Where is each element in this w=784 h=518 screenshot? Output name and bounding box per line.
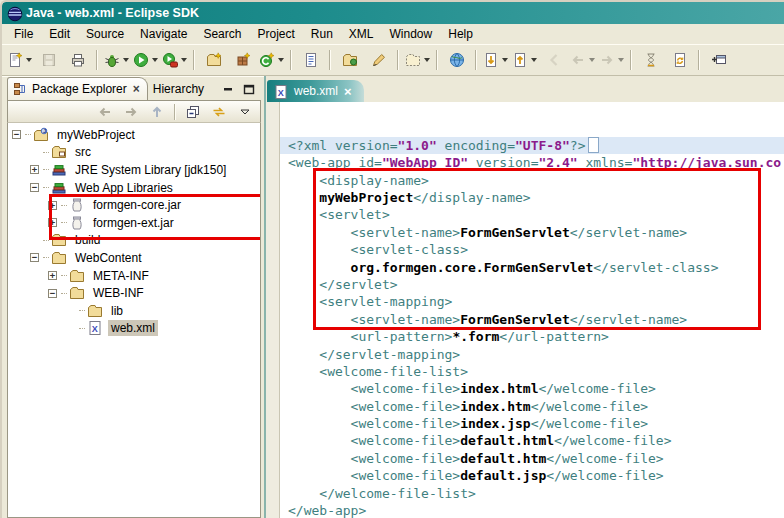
tree-item-jre-system-library-jdk150-[interactable]: +JRE System Library [jdk150] bbox=[8, 161, 260, 179]
menu-item-file[interactable]: File bbox=[6, 25, 41, 43]
expander-plus-icon[interactable]: + bbox=[48, 201, 57, 210]
code-line[interactable]: <url-pattern>*.form</url-pattern> bbox=[288, 328, 784, 345]
forward-button[interactable] bbox=[119, 102, 143, 123]
expander-minus-icon[interactable]: − bbox=[30, 253, 39, 262]
dropdown-arrow-icon[interactable] bbox=[123, 58, 129, 62]
view-menu-button[interactable] bbox=[233, 102, 257, 123]
run-external-button[interactable] bbox=[160, 47, 189, 73]
code-line[interactable]: <servlet-name>FormGenServlet</servlet-na… bbox=[288, 224, 784, 241]
code-line[interactable]: </web-app> bbox=[288, 502, 784, 518]
menu-item-edit[interactable]: Edit bbox=[41, 25, 78, 43]
code-line[interactable]: </welcome-file-list> bbox=[288, 485, 784, 502]
tab-package-explorer[interactable]: Package Explorer × bbox=[7, 77, 148, 100]
tree-item-lib[interactable]: lib bbox=[8, 302, 260, 320]
open-resource-button[interactable] bbox=[335, 47, 364, 73]
tree-item-src[interactable]: src bbox=[8, 144, 260, 162]
code-line[interactable]: <welcome-file>index.html</welcome-file> bbox=[288, 380, 784, 397]
tree-item-web-app-libraries[interactable]: −Web App Libraries bbox=[8, 179, 260, 197]
expander-plus-icon[interactable]: + bbox=[30, 165, 39, 174]
tab-web-xml[interactable]: X web.xml × bbox=[267, 80, 364, 102]
menu-item-xml[interactable]: XML bbox=[341, 25, 382, 43]
javadoc-pen-button[interactable] bbox=[364, 47, 393, 73]
new-class-wizard-button[interactable] bbox=[257, 47, 286, 73]
code-line[interactable]: </servlet-mapping> bbox=[288, 346, 784, 363]
expander-minus-icon[interactable]: − bbox=[12, 130, 21, 139]
tree-item-formgen-core-jar[interactable]: +formgen-core.jar bbox=[8, 196, 260, 214]
working-set-button[interactable] bbox=[403, 47, 432, 73]
tree-item-mywebproject[interactable]: −JmyWebProject bbox=[8, 126, 260, 144]
code-line[interactable]: <welcome-file>index.htm</welcome-file> bbox=[288, 398, 784, 415]
code-line[interactable]: <web-app id="WebApp_ID" version="2.4" xm… bbox=[288, 154, 784, 171]
link-with-editor-button[interactable] bbox=[207, 102, 231, 123]
minimize-view-button[interactable] bbox=[221, 83, 237, 97]
dropdown-arrow-icon[interactable] bbox=[424, 58, 430, 62]
code-line[interactable]: <welcome-file>default.jsp</welcome-file> bbox=[288, 467, 784, 484]
code-area[interactable]: <?xml version="1.0" encoding="UTF-8"?><w… bbox=[280, 102, 784, 518]
run-button[interactable] bbox=[131, 47, 160, 73]
tree-item-web-inf[interactable]: −WEB-INF bbox=[8, 284, 260, 302]
back-history-button[interactable] bbox=[539, 47, 568, 73]
code-line[interactable]: <?xml version="1.0" encoding="UTF-8"?> bbox=[280, 137, 784, 154]
code-line[interactable]: <welcome-file>index.jsp</welcome-file> bbox=[288, 415, 784, 432]
tab-hierarchy[interactable]: Hierarchy bbox=[148, 79, 211, 100]
web-browser-button[interactable] bbox=[442, 47, 471, 73]
print-button[interactable] bbox=[63, 47, 92, 73]
up-button[interactable] bbox=[145, 102, 169, 123]
code-line[interactable]: <welcome-file>default.html</welcome-file… bbox=[288, 432, 784, 449]
code-line[interactable]: myWebProject</display-name> bbox=[288, 189, 784, 206]
menu-item-help[interactable]: Help bbox=[440, 25, 481, 43]
code-line[interactable]: org.formgen.core.FormGenServlet</servlet… bbox=[288, 259, 784, 276]
tree-item-formgen-ext-jar[interactable]: +formgen-ext.jar bbox=[8, 214, 260, 232]
dropdown-arrow-icon[interactable] bbox=[181, 58, 187, 62]
new-project-wizard-button[interactable] bbox=[199, 47, 228, 73]
code-line[interactable]: <servlet-class> bbox=[288, 241, 784, 258]
close-editor-icon[interactable]: × bbox=[344, 84, 352, 99]
code-line[interactable]: <welcome-file-list> bbox=[288, 363, 784, 380]
debug-button[interactable] bbox=[102, 47, 131, 73]
menu-item-navigate[interactable]: Navigate bbox=[132, 25, 195, 43]
back-button[interactable] bbox=[568, 47, 597, 73]
dropdown-arrow-icon[interactable] bbox=[589, 58, 595, 62]
code-line[interactable]: </servlet> bbox=[288, 276, 784, 293]
dropdown-arrow-icon[interactable] bbox=[531, 58, 537, 62]
new-package-wizard-button[interactable] bbox=[228, 47, 257, 73]
tree-item-build[interactable]: build bbox=[8, 232, 260, 250]
task-list-button[interactable] bbox=[296, 47, 325, 73]
close-view-icon[interactable]: × bbox=[133, 82, 140, 96]
collapse-all-button[interactable] bbox=[181, 102, 205, 123]
tree-item-meta-inf[interactable]: +META-INF bbox=[8, 267, 260, 285]
dropdown-arrow-icon[interactable] bbox=[26, 58, 32, 62]
menu-item-source[interactable]: Source bbox=[78, 25, 132, 43]
code-line[interactable]: <servlet-mapping> bbox=[288, 293, 784, 310]
tree-item-web-xml[interactable]: Xweb.xml bbox=[8, 320, 260, 338]
back-button[interactable] bbox=[93, 102, 117, 123]
maximize-view-button[interactable] bbox=[241, 83, 257, 97]
code-line[interactable]: <servlet> bbox=[288, 206, 784, 223]
restore-editor-button[interactable] bbox=[704, 47, 733, 73]
previous-annotation-button[interactable] bbox=[510, 47, 539, 73]
refresh-button[interactable] bbox=[665, 47, 694, 73]
save-button[interactable] bbox=[34, 47, 63, 73]
expander-plus-icon[interactable]: + bbox=[48, 218, 57, 227]
expander-minus-icon[interactable]: − bbox=[48, 289, 57, 298]
code-line[interactable]: <welcome-file>default.htm</welcome-file> bbox=[288, 450, 784, 467]
expander-plus-icon[interactable]: + bbox=[48, 271, 57, 280]
new-wizard-button[interactable] bbox=[5, 47, 34, 73]
expander-minus-icon[interactable]: − bbox=[30, 183, 39, 192]
code-line[interactable]: <display-name> bbox=[288, 172, 784, 189]
dropdown-arrow-icon[interactable] bbox=[278, 58, 284, 62]
dropdown-arrow-icon[interactable] bbox=[152, 58, 158, 62]
next-annotation-button[interactable] bbox=[481, 47, 510, 73]
dropdown-arrow-icon[interactable] bbox=[618, 58, 624, 62]
code-segment-tag: <url-pattern> bbox=[288, 329, 452, 344]
menu-item-run[interactable]: Run bbox=[303, 25, 341, 43]
menu-item-project[interactable]: Project bbox=[249, 25, 302, 43]
code-line[interactable]: <servlet-name>FormGenServlet</servlet-na… bbox=[288, 311, 784, 328]
menu-item-search[interactable]: Search bbox=[195, 25, 249, 43]
menu-item-window[interactable]: Window bbox=[382, 25, 441, 43]
tree-item-webcontent[interactable]: −WebContent bbox=[8, 249, 260, 267]
last-edit-location-button[interactable] bbox=[636, 47, 665, 73]
dropdown-arrow-icon[interactable] bbox=[502, 58, 508, 62]
project-tree[interactable]: −JmyWebProjectsrc+JRE System Library [jd… bbox=[8, 124, 260, 517]
forward-button[interactable] bbox=[597, 47, 626, 73]
